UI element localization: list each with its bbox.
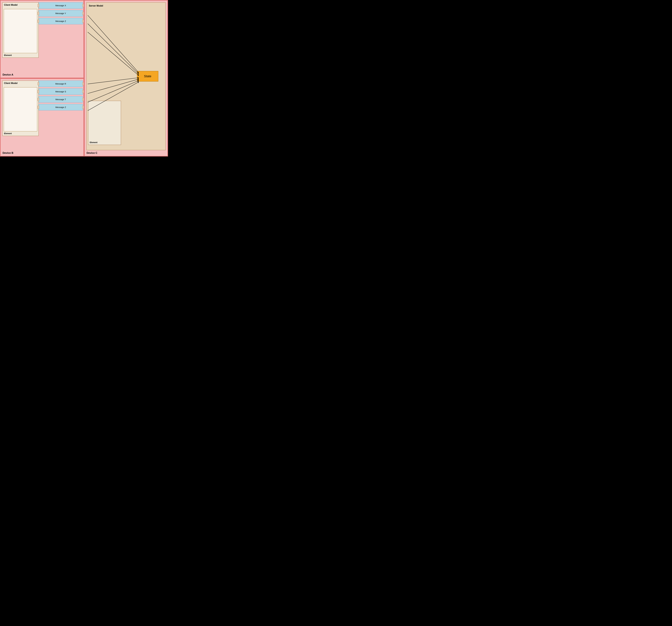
- message-t: Message T: [39, 96, 83, 102]
- server-element-label: Element: [90, 141, 97, 144]
- server-model-title: Server Model: [88, 4, 164, 8]
- element-label-b: Element: [4, 132, 12, 135]
- device-b-label: Device B: [3, 151, 14, 154]
- device-c-panel: Server Model Element State: [84, 0, 168, 156]
- svg-line-4: [88, 32, 139, 76]
- svg-line-8: [88, 79, 139, 94]
- element-label-a: Element: [4, 54, 12, 56]
- svg-line-0: [88, 15, 139, 73]
- client-model-box-a: Client Model Element: [2, 2, 39, 58]
- svg-line-6: [88, 78, 139, 84]
- client-inner-white-b: [4, 87, 37, 131]
- client-model-title-a: Client Model: [3, 3, 39, 7]
- svg-line-10: [88, 80, 139, 102]
- device-a-label: Device A: [3, 73, 13, 76]
- client-inner-white-a: [4, 9, 37, 53]
- message-y: Message Y: [39, 10, 83, 17]
- messages-area-a: Message X Message Y Message Z: [39, 2, 83, 24]
- message-x: Message X: [39, 2, 83, 9]
- client-model-box-b: Client Model Element: [2, 80, 39, 136]
- svg-line-2: [88, 24, 139, 74]
- client-model-title-b: Client Model: [3, 81, 39, 86]
- device-c-label: Device C: [87, 151, 97, 154]
- message-r: Message R: [39, 80, 83, 87]
- messages-area-b: Message R Message S Message T Message Z: [39, 80, 83, 111]
- device-a-panel: Client Model Element Message X Message Y…: [0, 0, 84, 78]
- state-box: State: [137, 71, 158, 81]
- message-s: Message S: [39, 88, 83, 95]
- message-z-a: Message Z: [39, 18, 83, 24]
- server-model-box: Server Model Element State: [86, 2, 166, 150]
- server-inner-element: Element: [88, 101, 121, 145]
- message-z-b: Message Z: [39, 104, 83, 111]
- device-b-panel: Client Model Element Message R Message S…: [0, 78, 84, 156]
